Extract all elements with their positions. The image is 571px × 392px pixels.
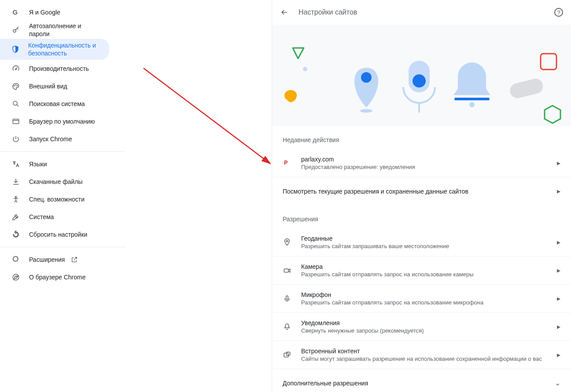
sidebar-item-languages[interactable]: Языки [0, 155, 109, 173]
row-label: Уведомления [301, 319, 553, 326]
sidebar-item-label: Производительность [29, 65, 89, 73]
row-label: Микрофон [301, 291, 553, 298]
key-icon [11, 26, 20, 34]
location-icon [283, 238, 291, 246]
sidebar-item-label: Поисковая система [29, 100, 85, 108]
permission-row-camera[interactable]: Камера Разрешить сайтам отправлять запро… [272, 256, 571, 284]
site-name: parlaxy.com [301, 156, 553, 163]
sidebar-item-label: Внешний вид [29, 82, 67, 90]
wrench-icon [11, 212, 20, 221]
sidebar-item-about[interactable]: О браузере Chrome [0, 268, 109, 286]
extension-icon [11, 255, 20, 264]
sidebar-item-label: Языки [29, 160, 47, 168]
sidebar-item-label: Автозаполнение и пароли [29, 22, 103, 38]
permission-row-location[interactable]: Геоданные Разрешить сайтам запрашивать в… [272, 228, 571, 256]
svg-point-5 [17, 85, 18, 86]
settings-sidebar: G Я и Google Автозаполнение и пароли Кон… [0, 0, 126, 392]
section-title: Разрешения [272, 216, 571, 223]
svg-text:G: G [13, 8, 18, 16]
sidebar-item-extensions[interactable]: Расширения [0, 251, 109, 268]
svg-point-3 [14, 85, 15, 86]
sidebar-item-label: Система [29, 213, 54, 221]
section-title: Недавние действия [272, 136, 571, 143]
svg-point-2 [15, 69, 16, 70]
sidebar-item-label: Сбросить настройки [29, 231, 87, 238]
row-sublabel: Разрешить сайтам отправлять запрос на ис… [301, 299, 553, 306]
power-icon [11, 135, 20, 143]
annotation-arrow [126, 0, 278, 176]
sidebar-item-startup[interactable]: Запуск Chrome [0, 130, 109, 148]
microphone-icon [283, 294, 291, 303]
svg-text:P: P [284, 160, 287, 166]
sidebar-item-label: Я и Google [29, 8, 60, 16]
site-favicon: P [283, 158, 291, 167]
sidebar-item-search[interactable]: Поисковая система [0, 95, 109, 113]
chevron-right-icon: ▸ [557, 187, 560, 195]
recent-site-row[interactable]: P parlaxy.com Предоставлено разрешение: … [272, 149, 571, 177]
chevron-right-icon: ▸ [557, 238, 560, 246]
google-icon: G [11, 8, 20, 17]
sidebar-item-autofill[interactable]: Автозаполнение и пароли [0, 21, 109, 39]
chevron-right-icon: ▸ [557, 322, 560, 331]
svg-point-16 [413, 74, 426, 88]
sidebar-item-appearance[interactable]: Внешний вид [0, 77, 109, 95]
svg-line-11 [144, 68, 270, 164]
sidebar-item-label: Конфиденциальность и безопасность [28, 41, 103, 57]
row-label: Камера [301, 263, 553, 270]
row-label: Встроенный контент [301, 348, 553, 355]
svg-rect-20 [508, 77, 545, 99]
svg-point-19 [469, 102, 475, 107]
chrome-icon [11, 273, 20, 282]
svg-point-24 [286, 240, 288, 242]
permission-row-microphone[interactable]: Микрофон Разрешить сайтам отправлять зап… [272, 284, 571, 312]
sidebar-item-default-browser[interactable]: Браузер по умолчанию [0, 113, 109, 130]
camera-icon [283, 266, 291, 275]
translate-icon [11, 160, 20, 169]
svg-point-1 [13, 29, 16, 32]
browser-icon [11, 117, 20, 126]
svg-rect-7 [13, 119, 19, 124]
svg-rect-21 [541, 54, 556, 70]
svg-rect-18 [454, 98, 490, 100]
chevron-down-icon: ⌄ [555, 379, 560, 387]
sidebar-item-label: Браузер по умолчанию [29, 117, 95, 125]
svg-point-6 [13, 101, 17, 105]
sidebar-item-you-and-google[interactable]: G Я и Google [0, 4, 109, 21]
embedded-content-icon [283, 351, 291, 359]
sidebar-item-accessibility[interactable]: Спец. возможности [0, 191, 109, 208]
permissions-section: Разрешения Геоданные Разрешить сайтам за… [272, 205, 571, 392]
download-icon [11, 177, 20, 186]
sidebar-item-privacy[interactable]: Конфиденциальность и безопасность [0, 39, 109, 60]
palette-icon [11, 82, 20, 91]
view-all-permissions-row[interactable]: Посмотреть текущие разрешения и сохранен… [272, 177, 571, 205]
recent-section: Недавние действия P parlaxy.com Предоста… [272, 126, 571, 205]
help-button[interactable]: ? [554, 8, 563, 17]
chevron-right-icon: ▸ [557, 266, 560, 275]
reset-icon [11, 230, 20, 239]
row-sublabel: Разрешить сайтам отправлять запрос на ис… [301, 271, 553, 278]
sidebar-item-downloads[interactable]: Скачанные файлы [0, 173, 109, 191]
svg-point-14 [360, 109, 372, 113]
row-sublabel: Разрешить сайтам запрашивать ваше местоп… [301, 243, 553, 249]
permission-row-embedded[interactable]: Встроенный контент Сайты могут запрашива… [272, 341, 571, 369]
hero-illustration [272, 25, 571, 126]
chevron-right-icon: ▸ [557, 159, 560, 167]
row-label: Дополнительные разрешения [283, 380, 550, 387]
layout-gap [126, 0, 272, 392]
sidebar-item-label: Спец. возможности [29, 195, 85, 203]
more-permissions-row[interactable]: Дополнительные разрешения ⌄ [272, 369, 571, 392]
svg-point-13 [361, 72, 372, 83]
permission-row-notifications[interactable]: Уведомления Свернуть ненужные запросы (р… [272, 312, 571, 341]
sidebar-item-reset[interactable]: Сбросить настройки [0, 226, 109, 243]
main-header: Настройки сайтов ? [272, 0, 571, 25]
back-button[interactable] [280, 8, 289, 17]
sidebar-item-label: Запуск Chrome [29, 135, 72, 143]
sidebar-item-performance[interactable]: Производительность [0, 60, 109, 77]
divider [0, 151, 126, 152]
chevron-right-icon: ▸ [557, 351, 560, 359]
external-link-icon [71, 256, 78, 263]
site-detail: Предоставлено разрешение: уведомления [301, 164, 553, 170]
sidebar-item-label: О браузере Chrome [29, 273, 86, 281]
sidebar-item-system[interactable]: Система [0, 208, 109, 226]
divider [0, 247, 126, 247]
